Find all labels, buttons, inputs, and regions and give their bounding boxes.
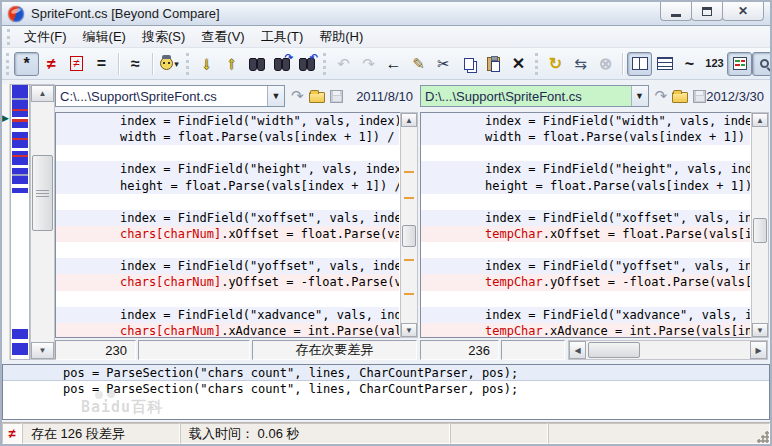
diff-map-segment (12, 85, 28, 98)
copy-icon (464, 58, 474, 70)
code-line (421, 194, 750, 210)
right-scroll-down-button[interactable]: ▼ (752, 323, 768, 337)
view-side-by-side-icon (632, 57, 648, 70)
next-difference-button[interactable]: ↓ (194, 52, 219, 76)
right-goto-icon[interactable]: ↷ (655, 87, 668, 105)
menu-item-4[interactable]: 工具(T) (253, 26, 312, 48)
format-123-button[interactable]: 123 (702, 52, 727, 76)
show-minor-diffs-button[interactable]: ≈ (123, 52, 148, 76)
code-line (421, 291, 750, 307)
right-line-number-indicator: 236 (420, 340, 499, 360)
beyond-compare-window: SpriteFont.cs [Beyond Compare] ✕ 文件(F)编辑… (0, 0, 772, 446)
refresh-button[interactable]: ↻ (543, 52, 568, 76)
left-open-folder-icon[interactable] (309, 92, 325, 103)
line-detail-pane[interactable]: pos = ParseSection("chars count", lines,… (2, 364, 770, 420)
close-icon: ✕ (738, 5, 748, 17)
menu-item-1[interactable]: 编辑(E) (75, 26, 134, 48)
resize-grip[interactable] (756, 430, 769, 443)
previous-difference-button[interactable]: ↑ (219, 52, 244, 76)
find-previous-button[interactable]: ↶ (294, 52, 319, 76)
edit-button[interactable]: ✎ (406, 52, 431, 76)
code-line (56, 145, 399, 161)
maximize-button[interactable] (691, 2, 723, 21)
right-path-combobox[interactable]: D:\...\Support\SpriteFont.cs ▼ (420, 85, 649, 107)
menu-item-3[interactable]: 查看(V) (193, 26, 252, 48)
menu-item-0[interactable]: 文件(F) (16, 26, 75, 48)
left-path-combobox[interactable]: C:\...\Support\SpriteFont.cs ▼ (55, 85, 285, 107)
text-compare-details-button[interactable] (727, 52, 752, 76)
right-pane-scrollbar[interactable]: ▲ ▼ (751, 112, 769, 338)
menu-item-2[interactable]: 搜索(S) (134, 26, 193, 48)
code-line: index = FindField("xadvance", vals, ind (421, 307, 750, 323)
left-pane-scrollbar[interactable]: ▲ ▼ (400, 112, 418, 338)
diff-map-segment (12, 176, 28, 184)
show-diffs-only-button[interactable]: ≠ (64, 52, 89, 76)
right-open-folder-icon[interactable] (672, 92, 688, 103)
left-path-dropdown-icon[interactable]: ▼ (267, 86, 284, 106)
right-path-dropdown-icon[interactable]: ▼ (631, 86, 648, 106)
code-line: index = FindField("height", vals, index (421, 161, 750, 177)
scroll-up-button[interactable]: ▲ (31, 85, 54, 102)
find-button[interactable] (244, 52, 269, 76)
right-scroll-up-button[interactable]: ▲ (752, 113, 768, 127)
left-scroll-up-button[interactable]: ▲ (401, 113, 417, 127)
left-line-number-indicator: 230 (55, 340, 136, 360)
scroll-down-button[interactable]: ▼ (31, 342, 54, 359)
watermark: Baidu百科 (81, 398, 163, 417)
delete-button[interactable]: ✕ (506, 52, 531, 76)
code-line: chars[charNum].xAdvance = int.Parse(val (56, 323, 399, 337)
copy-button[interactable] (456, 52, 481, 76)
horizontal-scrollbar-thumb[interactable] (588, 342, 640, 358)
left-scroll-down-button[interactable]: ▼ (401, 323, 417, 337)
undo-button[interactable]: ↶ (331, 52, 356, 76)
session-rules-button[interactable]: ▾ (157, 52, 182, 76)
scroll-left-button[interactable]: ◀ (569, 341, 586, 359)
swap-sides-button[interactable]: ⇆ (568, 52, 593, 76)
show-all-button[interactable]: * (14, 52, 39, 76)
zoom-view-button[interactable] (752, 52, 772, 76)
diff-map-segment (12, 188, 28, 193)
left-code-editor[interactable]: index = FindField("width", vals, index)w… (56, 113, 399, 337)
right-scrollbar-thumb[interactable] (753, 218, 767, 243)
show-same-button[interactable]: = (89, 52, 114, 76)
left-save-icon[interactable] (330, 90, 343, 103)
paste-button[interactable] (481, 52, 506, 76)
view-over-under-button[interactable] (652, 52, 677, 76)
diff-map-segment (12, 343, 28, 355)
code-line: index = FindField("yoffset", vals, inde (421, 258, 750, 274)
view-side-by-side-button[interactable] (627, 52, 652, 76)
toolbar-separator (118, 53, 119, 75)
left-scrollbar-thumb[interactable] (402, 225, 416, 247)
code-line: width = float.Parse(vals[index + 1]) / (56, 129, 399, 145)
scroll-right-button[interactable]: ▶ (750, 341, 767, 359)
text-compare-details-icon (733, 57, 747, 70)
right-code-editor[interactable]: index = FindField("width", vals, index)w… (421, 113, 750, 337)
code-line: index = FindField("xoffset", vals, inde (421, 210, 750, 226)
load-time: 载入时间： 0.06 秒 (180, 423, 450, 444)
find-next-button[interactable]: ↷ (269, 52, 294, 76)
minimize-button[interactable] (660, 2, 692, 21)
toolbar-grip (535, 53, 538, 75)
right-save-icon[interactable] (693, 90, 706, 103)
diff-map[interactable] (10, 84, 30, 360)
right-file-pane: index = FindField("width", vals, index)w… (420, 112, 769, 338)
code-line (421, 145, 750, 161)
copy-to-left-button[interactable]: ← (381, 52, 406, 76)
menubar-grip (7, 29, 10, 45)
left-goto-icon[interactable]: ↷ (291, 87, 304, 105)
main-scrollbar-thumb[interactable] (32, 155, 53, 231)
code-line: tempChar.yOffset = -float.Parse(vals[in (421, 274, 750, 290)
left-path-text: C:\...\Support\SpriteFont.cs (56, 89, 267, 104)
main-vertical-scrollbar[interactable]: ▲ ▼ (30, 84, 55, 360)
right-file-date: 2012/3/30 (706, 89, 768, 104)
toolbar-grip (6, 53, 9, 75)
show-differences-button[interactable]: ≠ (39, 52, 64, 76)
ignore-unimportant-button[interactable]: ~ (677, 52, 702, 76)
menu-item-5[interactable]: 帮助(H) (311, 26, 371, 48)
redo-button[interactable]: ↷ (356, 52, 381, 76)
diff-status-icon: ≠ (2, 423, 22, 444)
stop-button[interactable]: ⊗ (593, 52, 618, 76)
cut-button[interactable]: ✂ (431, 52, 456, 76)
close-button[interactable]: ✕ (722, 2, 764, 21)
horizontal-scrollbar[interactable]: ◀ ▶ (568, 340, 768, 360)
